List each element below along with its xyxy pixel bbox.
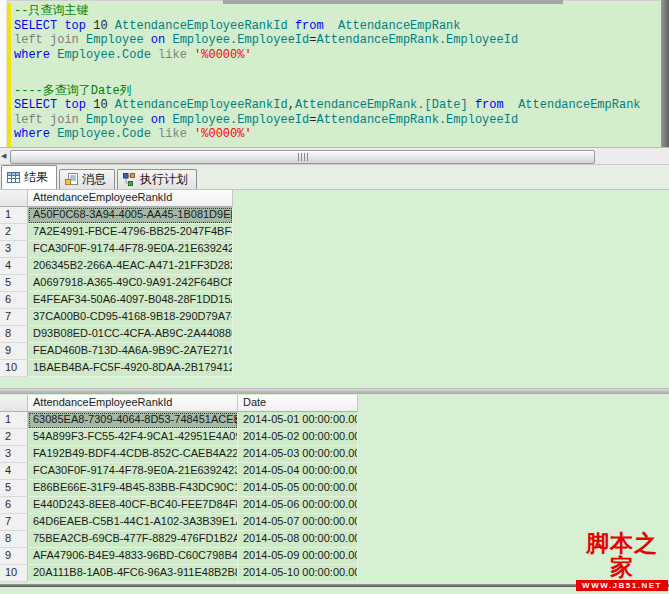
row-number[interactable]: 7 [0, 309, 28, 326]
table-row: 8D93B08ED-01CC-4CFA-AB9C-2A44088678CD [0, 326, 233, 343]
grid1-header-row: AttendanceEmployeeRankId [0, 190, 233, 207]
sql-editor[interactable]: --只查询主键SELECT top 10 AttendanceEmployeeR… [0, 0, 669, 147]
table-row: 5A0697918-A365-49C0-9A91-242F64BCF8D9 [0, 275, 233, 292]
row-number[interactable]: 5 [0, 480, 28, 497]
grid-cell[interactable]: 37CA00B0-CD95-4168-9B18-290D79A7443E [28, 309, 233, 326]
row-number[interactable]: 6 [0, 497, 28, 514]
row-number[interactable]: 3 [0, 241, 28, 258]
table-row: 3FCA30F0F-9174-4F78-9E0A-21E63924235B [0, 241, 233, 258]
grid-cell[interactable]: 2014-05-06 00:00:00.000 [238, 497, 358, 514]
bottom-edge-line [0, 584, 669, 587]
scrollbar-thumb[interactable] [10, 150, 595, 164]
grid-cell[interactable]: FCA30F0F-9174-4F78-9E0A-21E63924235B [28, 241, 233, 258]
grid-cell[interactable]: 63085EA8-7309-4064-8D53-748451ACEB66 [28, 412, 238, 429]
editor-margin [0, 0, 7, 147]
grid-cell[interactable]: FA192B49-BDF4-4CDB-852C-CAEB4A22EB5D [28, 446, 238, 463]
watermark: 脚本之家 WWW.JB51.NET [576, 531, 668, 591]
grid-cell[interactable]: 2014-05-08 00:00:00.000 [238, 531, 358, 548]
table-row: 27A2E4991-FBCE-4796-BB25-2047F4BF4EE0 [0, 224, 233, 241]
row-number[interactable]: 9 [0, 548, 28, 565]
row-number[interactable]: 10 [0, 360, 28, 377]
tab-results-label: 结果 [24, 169, 48, 186]
table-row: 764D6EAEB-C5B1-44C1-A102-3A3B39E1A35B201… [0, 514, 358, 531]
row-number[interactable]: 4 [0, 258, 28, 275]
row-number[interactable]: 2 [0, 224, 28, 241]
row-number[interactable]: 8 [0, 326, 28, 343]
row-number[interactable]: 4 [0, 463, 28, 480]
grid-cell[interactable]: 7A2E4991-FBCE-4796-BB25-2047F4BF4EE0 [28, 224, 233, 241]
grid-cell[interactable]: 75BEA2CB-69CB-477F-8829-476FD1B2A97A [28, 531, 238, 548]
row-number[interactable]: 1 [0, 412, 28, 429]
table-row: 101BAEB4BA-FC5F-4920-8DAA-2B179412CA92 [0, 360, 233, 377]
table-row: 737CA00B0-CD95-4168-9B18-290D79A7443E [0, 309, 233, 326]
code-line: where Employee.Code like '%0000%' [14, 127, 641, 142]
row-number[interactable]: 1 [0, 207, 28, 224]
grid-cell[interactable]: FEAD460B-713D-4A6A-9B9C-2A7E271C536E [28, 343, 233, 360]
grid-cell[interactable]: E440D243-8EE8-40CF-BC40-FEE7D84F8064 [28, 497, 238, 514]
grid-cell[interactable]: D93B08ED-01CC-4CFA-AB9C-2A44088678CD [28, 326, 233, 343]
grid2-column-header-date[interactable]: Date [238, 395, 358, 412]
change-tracking-bar [7, 3, 11, 147]
watermark-site-name: 脚本之家 [576, 531, 668, 579]
results-grid-icon [7, 171, 20, 184]
grid-cell[interactable]: E4FEAF34-50A6-4097-B048-28F1DD15A44C [28, 292, 233, 309]
sql-code[interactable]: --只查询主键SELECT top 10 AttendanceEmployeeR… [14, 4, 641, 142]
grid-cell[interactable]: 64D6EAEB-C5B1-44C1-A102-3A3B39E1A35B [28, 514, 238, 531]
table-row: 5E86BE66E-31F9-4B45-83BB-F43DC90C1F39201… [0, 480, 358, 497]
table-row: 4206345B2-266A-4EAC-A471-21FF3D282361 [0, 258, 233, 275]
row-number[interactable]: 5 [0, 275, 28, 292]
grid-cell[interactable]: 2014-05-09 00:00:00.000 [238, 548, 358, 565]
results-grid-1: AttendanceEmployeeRankId 1A50F0C68-3A94-… [0, 190, 233, 377]
row-number[interactable]: 8 [0, 531, 28, 548]
grid2-column-header-id[interactable]: AttendanceEmployeeRankId [28, 395, 238, 412]
code-line: SELECT top 10 AttendanceEmployeeRankId,A… [14, 98, 641, 113]
table-row: 1020A111B8-1A0B-4FC6-96A3-911E48B2B84820… [0, 565, 358, 582]
grid-splitter[interactable] [0, 388, 669, 394]
tab-messages-label: 消息 [82, 171, 106, 188]
grid-cell[interactable]: A0697918-A365-49C0-9A91-242F64BCF8D9 [28, 275, 233, 292]
code-line: where Employee.Code like '%0000%' [14, 48, 641, 63]
grid-cell[interactable]: A50F0C68-3A94-4005-AA45-1B081D9EB2FF [28, 207, 233, 224]
grid-cell[interactable]: 54A899F3-FC55-42F4-9CA1-42951E4A098A [28, 429, 238, 446]
tab-messages[interactable]: 消息 [59, 169, 115, 189]
grid1-body: 1A50F0C68-3A94-4005-AA45-1B081D9EB2FF27A… [0, 207, 233, 377]
horizontal-scrollbar[interactable]: ◀ [0, 147, 669, 165]
row-number[interactable]: 2 [0, 429, 28, 446]
table-row: 4FCA30F0F-9174-4F78-9E0A-21E63924235B201… [0, 463, 358, 480]
grid-cell[interactable]: 2014-05-05 00:00:00.000 [238, 480, 358, 497]
tab-execution-plan[interactable]: 执行计划 [117, 169, 197, 189]
grid-cell[interactable]: 20A111B8-1A0B-4FC6-96A3-911E48B2B848 [28, 565, 238, 582]
grid-cell[interactable]: 2014-05-02 00:00:00.000 [238, 429, 358, 446]
tab-execution-plan-label: 执行计划 [140, 171, 188, 188]
grid-cell[interactable]: 1BAEB4BA-FC5F-4920-8DAA-2B179412CA92 [28, 360, 233, 377]
grid-cell[interactable]: 2014-05-03 00:00:00.000 [238, 446, 358, 463]
code-line: --只查询主键 [14, 4, 641, 19]
grid1-corner-cell[interactable] [0, 190, 28, 207]
row-number[interactable]: 7 [0, 514, 28, 531]
grid-cell[interactable]: FCA30F0F-9174-4F78-9E0A-21E63924235B [28, 463, 238, 480]
results-grid-2: AttendanceEmployeeRankId Date 163085EA8-… [0, 395, 358, 582]
grid-cell[interactable]: 206345B2-266A-4EAC-A471-21FF3D282361 [28, 258, 233, 275]
table-row: 3FA192B49-BDF4-4CDB-852C-CAEB4A22EB5D201… [0, 446, 358, 463]
grid-cell[interactable]: 2014-05-07 00:00:00.000 [238, 514, 358, 531]
scroll-left-icon[interactable]: ◀ [1, 152, 6, 160]
grid-cell[interactable]: 2014-05-04 00:00:00.000 [238, 463, 358, 480]
grid-cell[interactable]: AFA47906-B4E9-4833-96BD-C60C798B484E [28, 548, 238, 565]
tab-results[interactable]: 结果 [1, 165, 57, 189]
code-line: left join Employee on Employee.EmployeeI… [14, 33, 641, 48]
grid2-corner-cell[interactable] [0, 395, 28, 412]
watermark-site-url: WWW.JB51.NET [576, 580, 668, 591]
grid-cell[interactable]: 2014-05-01 00:00:00.000 [238, 412, 358, 429]
grid1-column-header[interactable]: AttendanceEmployeeRankId [28, 190, 233, 207]
table-row: 9AFA47906-B4E9-4833-96BD-C60C798B484E201… [0, 548, 358, 565]
results-tab-bar: 结果 消息 执行计划 [0, 165, 669, 190]
row-number[interactable]: 3 [0, 446, 28, 463]
code-line: left join Employee on Employee.EmployeeI… [14, 113, 641, 128]
table-row: 163085EA8-7309-4064-8D53-748451ACEB66201… [0, 412, 358, 429]
row-number[interactable]: 9 [0, 343, 28, 360]
grid-cell[interactable]: 2014-05-10 00:00:00.000 [238, 565, 358, 582]
table-row: 1A50F0C68-3A94-4005-AA45-1B081D9EB2FF [0, 207, 233, 224]
row-number[interactable]: 10 [0, 565, 28, 582]
grid-cell[interactable]: E86BE66E-31F9-4B45-83BB-F43DC90C1F39 [28, 480, 238, 497]
row-number[interactable]: 6 [0, 292, 28, 309]
